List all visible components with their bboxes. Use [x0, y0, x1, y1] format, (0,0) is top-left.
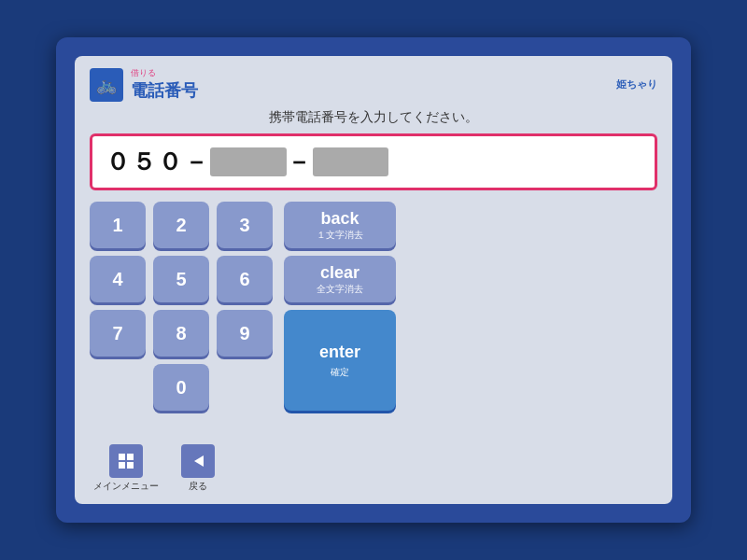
key-0[interactable]: 0 — [153, 364, 209, 411]
input-blur-2: ████ — [313, 147, 389, 176]
screen: 🚲 借りる 電話番号 姫ちゃり 携帯電話番号を入力してください。 ０５０－███… — [75, 56, 672, 504]
header: 🚲 借りる 電話番号 姫ちゃり — [90, 67, 657, 102]
svg-marker-4 — [194, 455, 204, 467]
main-menu-label: メインメニュー — [93, 480, 159, 493]
key-7[interactable]: 7 — [90, 310, 146, 357]
main-menu-button[interactable]: メインメニュー — [93, 444, 159, 493]
key-9[interactable]: 9 — [217, 310, 273, 357]
clear-sub-label: 全文字消去 — [317, 283, 363, 296]
numpad: 1 2 3 4 5 6 7 8 9 0 — [90, 202, 273, 437]
side-buttons: back １文字消去 clear 全文字消去 enter 確定 — [284, 202, 396, 437]
key-2[interactable]: 2 — [153, 202, 209, 248]
svg-rect-0 — [119, 454, 125, 460]
header-top-right: 姫ちゃり — [616, 77, 657, 91]
footer: メインメニュー 戻る — [90, 444, 657, 493]
back-button[interactable]: back １文字消去 — [284, 202, 396, 248]
enter-sub-label: 確定 — [331, 366, 349, 379]
key-1[interactable]: 1 — [90, 202, 146, 248]
back-main-label: back — [320, 209, 359, 229]
phone-input-display: ０５０－████－████ — [90, 133, 657, 190]
main-menu-icon — [109, 444, 143, 478]
header-left: 🚲 借りる 電話番号 — [90, 67, 198, 102]
svg-rect-1 — [127, 454, 134, 460]
input-prefix: ０５０－ — [106, 146, 210, 178]
back-nav-button[interactable]: 戻る — [181, 444, 215, 493]
back-nav-label: 戻る — [189, 480, 207, 493]
logo-icon: 🚲 — [90, 68, 123, 102]
svg-rect-2 — [119, 462, 125, 469]
input-blur-1: ████ — [210, 147, 287, 176]
key-6[interactable]: 6 — [217, 256, 273, 302]
input-dash: － — [287, 146, 313, 178]
keypad-area: 1 2 3 4 5 6 7 8 9 0 back １文字消去 clear 全文字… — [90, 202, 657, 437]
enter-main-label: enter — [319, 343, 360, 362]
enter-button[interactable]: enter 確定 — [284, 310, 396, 411]
svg-rect-3 — [127, 462, 134, 469]
outer-frame: 🚲 借りる 電話番号 姫ちゃり 携帯電話番号を入力してください。 ０５０－███… — [56, 37, 691, 523]
key-8[interactable]: 8 — [153, 310, 209, 357]
header-title: 電話番号 — [131, 79, 198, 102]
header-subtitle: 借りる — [131, 67, 198, 79]
prompt-text: 携帯電話番号を入力してください。 — [90, 109, 657, 126]
key-3[interactable]: 3 — [217, 202, 273, 248]
clear-button[interactable]: clear 全文字消去 — [284, 256, 396, 302]
clear-main-label: clear — [320, 263, 359, 283]
key-4[interactable]: 4 — [90, 256, 146, 302]
back-sub-label: １文字消去 — [317, 229, 363, 242]
header-title-block: 借りる 電話番号 — [131, 67, 198, 102]
back-nav-icon — [181, 444, 215, 478]
key-5[interactable]: 5 — [153, 256, 209, 302]
